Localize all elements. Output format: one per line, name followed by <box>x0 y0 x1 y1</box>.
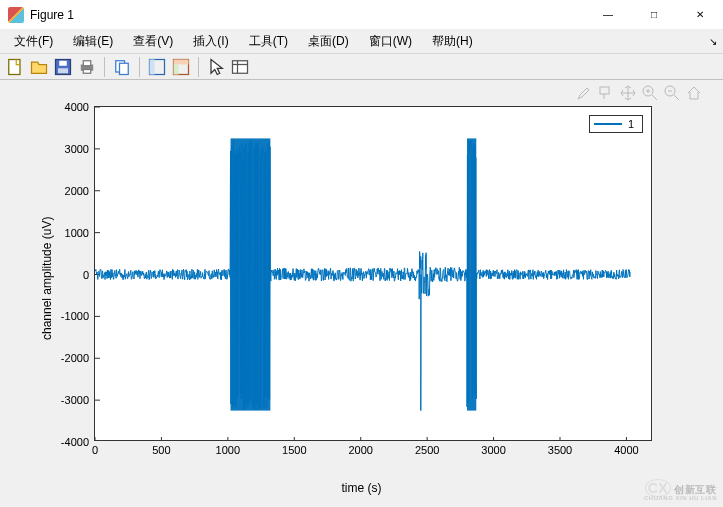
props-icon[interactable] <box>229 56 251 78</box>
pointer-icon[interactable] <box>205 56 227 78</box>
y-axis-label: channel amplitude (uV) <box>40 217 54 340</box>
menu-view[interactable]: 查看(V) <box>123 31 183 53</box>
window-title: Figure 1 <box>30 8 74 22</box>
svg-rect-0 <box>9 59 20 74</box>
x-axis-label: time (s) <box>342 481 382 495</box>
matlab-icon <box>8 7 24 23</box>
maximize-button[interactable]: □ <box>631 0 677 30</box>
svg-line-24 <box>674 95 679 100</box>
x-tick: 1000 <box>216 444 240 456</box>
open-icon[interactable] <box>28 56 50 78</box>
svg-rect-10 <box>150 59 155 74</box>
legend-label: 1 <box>628 118 634 130</box>
y-tick: 3000 <box>65 143 89 155</box>
x-tick: 3500 <box>548 444 572 456</box>
axes[interactable]: 1 -4000-3000-2000-100001000200030004000 … <box>94 106 652 441</box>
y-tick: -2000 <box>61 352 89 364</box>
y-tick: -1000 <box>61 310 89 322</box>
menu-desktop[interactable]: 桌面(D) <box>298 31 359 53</box>
watermark-text: 创新互联 <box>674 484 716 495</box>
minimize-button[interactable]: — <box>585 0 631 30</box>
y-tick: 1000 <box>65 227 89 239</box>
pan-icon[interactable] <box>619 84 637 105</box>
save-icon[interactable] <box>52 56 74 78</box>
svg-rect-5 <box>83 60 91 65</box>
svg-rect-14 <box>233 60 248 73</box>
x-tick: 0 <box>92 444 98 456</box>
x-tick: 2000 <box>348 444 372 456</box>
svg-rect-2 <box>59 60 67 65</box>
watermark: CX 创新互联 CHUANG XIN HU LIAN <box>644 481 717 501</box>
close-button[interactable]: ✕ <box>677 0 723 30</box>
y-tick: 4000 <box>65 101 89 113</box>
svg-rect-6 <box>83 69 91 73</box>
signal-line <box>95 139 630 410</box>
x-tick: 3000 <box>481 444 505 456</box>
menu-edit[interactable]: 编辑(E) <box>63 31 123 53</box>
x-tick: 1500 <box>282 444 306 456</box>
dock-button[interactable]: ↘ <box>709 36 723 47</box>
menu-file[interactable]: 文件(F) <box>4 31 63 53</box>
home-icon[interactable] <box>685 84 703 105</box>
zoom-out-icon[interactable] <box>663 84 681 105</box>
y-tick: -4000 <box>61 436 89 448</box>
svg-rect-12 <box>174 59 189 64</box>
y-tick: -3000 <box>61 394 89 406</box>
layout-icon[interactable] <box>146 56 168 78</box>
legend[interactable]: 1 <box>589 115 643 133</box>
layout2-icon[interactable] <box>170 56 192 78</box>
x-tick: 2500 <box>415 444 439 456</box>
svg-rect-17 <box>600 87 609 94</box>
zoom-in-icon[interactable] <box>641 84 659 105</box>
svg-line-20 <box>652 95 657 100</box>
x-tick: 4000 <box>614 444 638 456</box>
y-tick: 0 <box>83 269 89 281</box>
new-figure-icon[interactable] <box>4 56 26 78</box>
menu-help[interactable]: 帮助(H) <box>422 31 483 53</box>
legend-line <box>594 123 622 125</box>
datatip-icon[interactable] <box>597 84 615 105</box>
svg-rect-8 <box>120 63 129 74</box>
watermark-sub: CHUANG XIN HU LIAN <box>644 495 717 501</box>
print-icon[interactable] <box>76 56 98 78</box>
menu-window[interactable]: 窗口(W) <box>359 31 422 53</box>
svg-rect-3 <box>58 68 68 73</box>
menu-tools[interactable]: 工具(T) <box>239 31 298 53</box>
brush-icon[interactable] <box>575 84 593 105</box>
menu-insert[interactable]: 插入(I) <box>183 31 238 53</box>
svg-rect-13 <box>174 64 179 74</box>
y-tick: 2000 <box>65 185 89 197</box>
x-tick: 500 <box>152 444 170 456</box>
copy-icon[interactable] <box>111 56 133 78</box>
